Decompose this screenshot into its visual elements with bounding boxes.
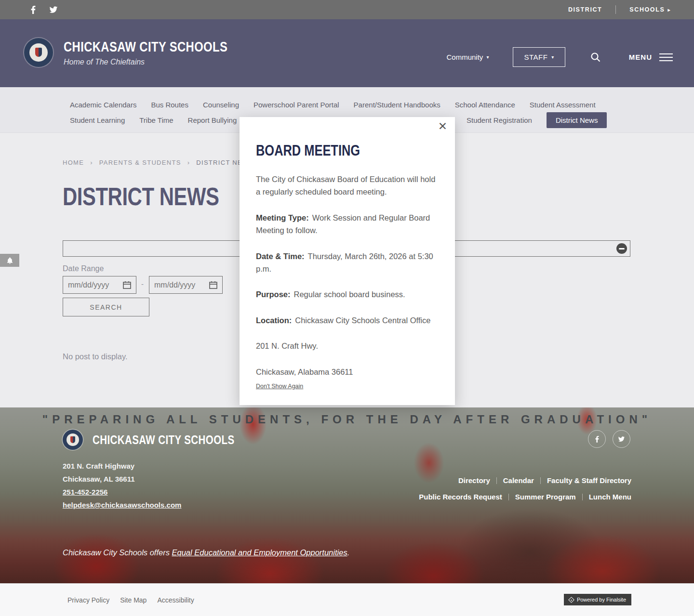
facebook-icon[interactable]	[588, 430, 606, 448]
breadcrumb-separator: ›	[90, 159, 93, 166]
hamburger-icon	[659, 53, 673, 61]
clear-search-icon[interactable]	[616, 243, 627, 254]
brand[interactable]: CHICKASAW CITY SCHOOLS Home of The Chief…	[24, 38, 264, 67]
nav-district-news-active[interactable]: District News	[547, 112, 607, 128]
finalsite-icon	[568, 597, 574, 603]
facebook-icon[interactable]	[29, 5, 38, 14]
date-to-field[interactable]	[149, 276, 223, 294]
board-meeting-modal: ✕ BOARD MEETING The City of Chickasaw Bo…	[240, 117, 455, 405]
footer-link-public-records-request[interactable]: Public Records Request	[413, 493, 508, 501]
calendar-icon	[123, 281, 131, 289]
search-button[interactable]: SEARCH	[63, 298, 149, 316]
nav-student-registration[interactable]: Student Registration	[467, 113, 532, 127]
breadcrumb-home[interactable]: HOME	[63, 159, 84, 166]
footer-brand: CHICKASAW CITY SCHOOLS	[63, 430, 266, 450]
close-icon[interactable]: ✕	[438, 121, 447, 132]
staff-dropdown[interactable]: STAFF▾	[513, 47, 565, 67]
modal-intro: The City of Chickasaw Board of Education…	[256, 173, 439, 198]
twitter-icon[interactable]	[613, 430, 630, 448]
privacy-policy-link[interactable]: Privacy Policy	[67, 596, 109, 604]
modal-address-line2: Chickasaw, Alabama 36611	[256, 366, 439, 378]
footer-link-directory[interactable]: Directory	[452, 476, 496, 485]
school-logo	[24, 38, 53, 67]
utility-bar: DISTRICT SCHOOLS▸	[0, 0, 694, 19]
breadcrumb: HOME › PARENTS & STUDENTS › DISTRICT NEW…	[63, 159, 254, 166]
powered-by-finalsite-badge[interactable]: Powered by Finalsite	[564, 594, 631, 605]
site-map-link[interactable]: Site Map	[120, 596, 147, 604]
footer-phone-link[interactable]: 251-452-2256	[63, 485, 107, 498]
nav-tribe-time[interactable]: Tribe Time	[139, 113, 173, 127]
footer-address-line1: 201 N. Craft Highway	[63, 459, 181, 472]
nav-academic-calendars[interactable]: Academic Calendars	[70, 98, 136, 112]
modal-purpose: Purpose:Regular school board business.	[256, 288, 439, 301]
chevron-down-icon: ▾	[486, 54, 489, 60]
nav-report-bullying[interactable]: Report Bullying	[188, 113, 237, 127]
calendar-icon	[209, 281, 217, 289]
bell-icon	[6, 257, 13, 264]
nav-parent-student-handbooks[interactable]: Parent/Student Handbooks	[354, 98, 440, 112]
twitter-icon[interactable]	[49, 5, 58, 14]
search-icon[interactable]	[590, 52, 601, 63]
alerts-bell-tab[interactable]	[0, 254, 19, 267]
footer-school-name: CHICKASAW CITY SCHOOLS	[93, 433, 235, 447]
community-dropdown[interactable]: Community▾	[447, 53, 489, 61]
footer-link-lunch-menu[interactable]: Lunch Menu	[583, 493, 631, 501]
chevron-down-icon: ▾	[551, 54, 554, 60]
footer-link-faculty-staff-directory[interactable]: Faculty & Staff Directory	[541, 476, 631, 485]
date-from-input[interactable]	[68, 281, 123, 289]
nav-counseling[interactable]: Counseling	[203, 98, 239, 112]
dont-show-again-link[interactable]: Don't Show Again	[256, 383, 303, 390]
utility-divider	[615, 5, 616, 14]
eeo-link[interactable]: Equal Educational and Employment Opportu…	[172, 548, 347, 557]
modal-title: BOARD MEETING	[256, 142, 360, 159]
nav-bus-routes[interactable]: Bus Routes	[151, 98, 188, 112]
date-to-input[interactable]	[154, 281, 209, 289]
bottom-bar: Privacy Policy Site Map Accessibility Po…	[0, 583, 694, 616]
footer-email-link[interactable]: helpdesk@chickasawschools.com	[63, 498, 181, 511]
school-logo	[63, 430, 83, 450]
district-link[interactable]: DISTRICT	[568, 6, 602, 13]
nav-school-attendance[interactable]: School Attendance	[455, 98, 515, 112]
nav-student-assessment[interactable]: Student Assessment	[530, 98, 596, 112]
footer-quote: "PREPARING ALL STUDENTS, FOR THE DAY AFT…	[0, 413, 694, 426]
modal-meeting-type: Meeting Type:Work Session and Regular Bo…	[256, 211, 439, 237]
site-header: CHICKASAW CITY SCHOOLS Home of The Chief…	[0, 19, 694, 87]
breadcrumb-separator: ›	[187, 159, 190, 166]
date-from-field[interactable]	[63, 276, 136, 294]
schools-link[interactable]: SCHOOLS▸	[629, 6, 671, 13]
footer: "PREPARING ALL STUDENTS, FOR THE DAY AFT…	[0, 407, 694, 583]
accessibility-link[interactable]: Accessibility	[157, 596, 194, 604]
modal-address-line1: 201 N. Craft Hwy.	[256, 340, 439, 352]
footer-link-summer-program[interactable]: Summer Program	[509, 493, 582, 501]
school-name: CHICKASAW CITY SCHOOLS	[64, 39, 227, 55]
date-range-separator: -	[141, 280, 144, 288]
chevron-right-icon: ▸	[667, 7, 671, 13]
date-range-label: Date Range	[63, 264, 104, 273]
school-tagline: Home of The Chieftains	[64, 58, 264, 66]
nav-powerschool-parent-portal[interactable]: Powerschool Parent Portal	[254, 98, 339, 112]
breadcrumb-parents-students[interactable]: PARENTS & STUDENTS	[99, 159, 181, 166]
nav-student-learning[interactable]: Student Learning	[70, 113, 125, 127]
utility-social	[29, 5, 58, 14]
empty-message: No post to display.	[63, 352, 128, 361]
modal-location: Location:Chickasaw City Schools Central …	[256, 314, 439, 327]
menu-button[interactable]: MENU	[629, 53, 673, 61]
footer-link-calendar[interactable]: Calendar	[497, 476, 540, 485]
footer-address-line2: Chickasaw, AL 36611	[63, 472, 181, 485]
page-title: DISTRICT NEWS	[63, 183, 219, 211]
modal-datetime: Date & Time:Thursday, March 26th, 2026 a…	[256, 250, 439, 275]
footer-eeo-statement: Chickasaw City Schools offers Equal Educ…	[63, 548, 349, 557]
